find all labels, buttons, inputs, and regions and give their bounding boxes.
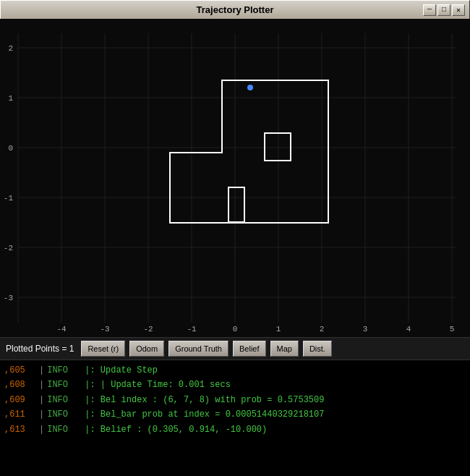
log-msg-2: |: Bel index : (6, 7, 8) with prob = 0.5… — [85, 393, 324, 407]
title-bar: Trajectory Plotter ─ □ ✕ — [0, 0, 470, 19]
reset-button[interactable]: Reset (r) — [81, 341, 125, 357]
window-controls: ─ □ ✕ — [423, 4, 465, 16]
log-msg-4: |: Belief : (0.305, 0.914, -10.000) — [85, 422, 267, 437]
log-line-1: ,608 | INFO |: | Update Time: 0.001 secs — [4, 378, 466, 392]
log-level-3: INFO — [47, 407, 79, 422]
log-time-2: ,609 — [4, 393, 36, 407]
plot-area: 2 1 0 -1 -2 -3 -4 -3 -2 -1 0 1 2 3 4 5 — [0, 19, 470, 337]
log-msg-1: |: | Update Time: 0.001 secs — [85, 378, 231, 392]
toolbar: Plotted Points = 1 Reset (r) Odom Ground… — [0, 337, 470, 360]
svg-text:2: 2 — [320, 325, 325, 333]
trajectory-plot: 2 1 0 -1 -2 -3 -4 -3 -2 -1 0 1 2 3 4 5 — [0, 19, 470, 337]
svg-text:-3: -3 — [100, 325, 109, 333]
log-level-1: INFO — [47, 378, 79, 392]
dist-button[interactable]: Dist. — [303, 341, 332, 357]
svg-text:1: 1 — [276, 325, 281, 333]
log-time-1: ,608 — [4, 378, 36, 392]
map-button[interactable]: Map — [270, 341, 299, 357]
log-time-4: ,613 — [4, 422, 36, 437]
log-line-0: ,605 | INFO |: Update Step — [4, 363, 466, 378]
svg-text:-2: -2 — [4, 244, 13, 252]
svg-text:-2: -2 — [143, 325, 153, 333]
belief-button[interactable]: Belief — [233, 341, 266, 357]
svg-text:3: 3 — [363, 325, 368, 333]
log-line-3: ,611 | INFO |: Bel_bar prob at index = 0… — [4, 407, 466, 422]
svg-text:-1: -1 — [187, 325, 197, 333]
minimize-button[interactable]: ─ — [423, 4, 436, 16]
svg-text:0: 0 — [233, 325, 238, 333]
log-area: ,605 | INFO |: Update Step ,608 | INFO |… — [0, 360, 470, 476]
log-level-4: INFO — [47, 422, 79, 437]
ground-truth-button[interactable]: Ground Truth — [168, 341, 228, 357]
log-line-4: ,613 | INFO |: Belief : (0.305, 0.914, -… — [4, 422, 466, 437]
plotted-points-label: Plotted Points = 1 — [6, 344, 74, 354]
log-time-3: ,611 — [4, 407, 36, 422]
close-button[interactable]: ✕ — [452, 4, 465, 16]
log-msg-0: |: Update Step — [85, 363, 158, 378]
log-level-0: INFO — [47, 363, 79, 378]
svg-text:0: 0 — [8, 144, 13, 153]
svg-text:-1: -1 — [4, 194, 14, 203]
svg-text:1: 1 — [8, 94, 13, 103]
log-line-2: ,609 | INFO |: Bel index : (6, 7, 8) wit… — [4, 393, 466, 407]
log-time-0: ,605 — [4, 363, 36, 378]
log-msg-3: |: Bel_bar prob at index = 0.00051440329… — [85, 407, 324, 422]
window-title: Trajectory Plotter — [47, 4, 423, 15]
svg-text:-4: -4 — [56, 325, 67, 333]
odom-button[interactable]: Odom — [129, 341, 164, 357]
svg-text:4: 4 — [406, 325, 411, 333]
svg-text:5: 5 — [450, 325, 455, 333]
log-level-2: INFO — [47, 393, 79, 407]
trajectory-point — [247, 85, 253, 90]
svg-text:2: 2 — [8, 44, 13, 53]
svg-text:-3: -3 — [4, 294, 13, 302]
maximize-button[interactable]: □ — [437, 4, 450, 16]
